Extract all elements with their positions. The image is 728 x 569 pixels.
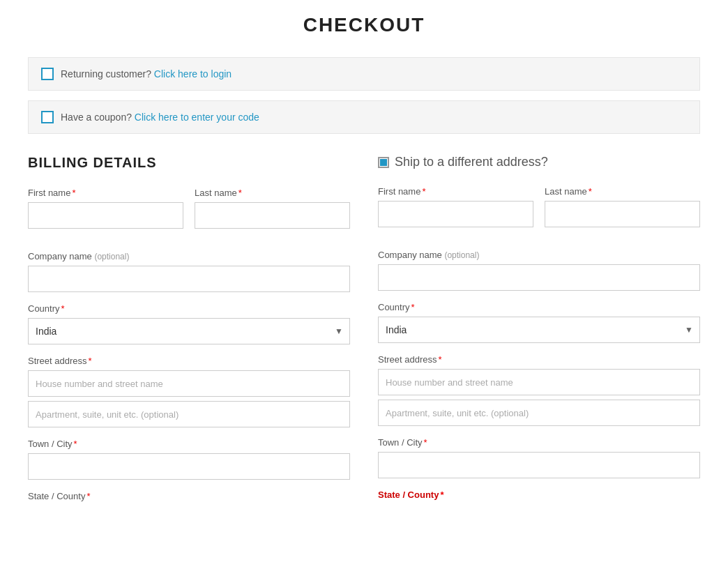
billing-company-input[interactable] [28, 266, 350, 292]
billing-last-name-label: Last name* [195, 188, 350, 198]
shipping-last-name-input[interactable] [545, 201, 700, 227]
billing-name-row: First name* Last name* [28, 188, 350, 240]
shipping-town-input[interactable] [378, 452, 700, 478]
billing-country-group: Country* India ▼ [28, 303, 350, 344]
billing-country-label: Country* [28, 303, 350, 314]
billing-state-label: State / County* [28, 491, 350, 501]
shipping-street-required: * [439, 354, 442, 365]
billing-company-group: Company name (optional) [28, 251, 350, 292]
shipping-name-row: First name* Last name* [378, 186, 700, 238]
login-link[interactable]: Click here to login [154, 68, 232, 79]
coupon-text: Have a coupon? Click here to enter your … [61, 112, 259, 123]
shipping-company-input[interactable] [378, 264, 700, 291]
shipping-company-label: Company name (optional) [378, 250, 700, 260]
shipping-street-label: Street address* [378, 354, 700, 365]
billing-state-group: State / County* [28, 491, 350, 501]
billing-first-name-input[interactable] [28, 202, 183, 229]
billing-first-name-label: First name* [28, 188, 183, 198]
billing-country-select-wrapper: India ▼ [28, 318, 350, 344]
shipping-street-input-1[interactable] [378, 369, 700, 395]
shipping-first-name-label: First name* [378, 186, 533, 197]
shipping-country-select[interactable]: India [378, 317, 700, 343]
shipping-first-name-input[interactable] [378, 201, 533, 227]
billing-street-required: * [89, 356, 92, 366]
shipping-country-group: Country* India ▼ [378, 302, 700, 343]
billing-street-input-1[interactable] [28, 370, 350, 397]
notice-icon-returning [41, 68, 54, 80]
shipping-street-group: Street address* [378, 354, 700, 426]
shipping-state-required: * [440, 490, 443, 500]
billing-company-label: Company name (optional) [28, 251, 350, 261]
shipping-town-group: Town / City* [378, 437, 700, 478]
returning-customer-text: Returning customer? Click here to login [61, 68, 232, 79]
shipping-country-required: * [411, 302, 415, 312]
shipping-last-name-label: Last name* [545, 186, 700, 197]
billing-last-name-group: Last name* [195, 188, 350, 229]
shipping-last-name-required: * [589, 186, 592, 197]
notice-icon-coupon [41, 111, 54, 123]
shipping-section: Ship to a different address? First name*… [378, 155, 700, 513]
billing-last-name-input[interactable] [195, 202, 350, 229]
shipping-country-label: Country* [378, 302, 700, 312]
billing-street-group: Street address* [28, 356, 350, 427]
billing-town-label: Town / City* [28, 439, 350, 449]
billing-town-group: Town / City* [28, 439, 350, 480]
billing-country-required: * [61, 303, 65, 314]
shipping-state-group: State / County* [378, 490, 700, 500]
billing-section: BILLING DETAILS First name* Last name* [28, 155, 350, 513]
billing-street-label: Street address* [28, 356, 350, 366]
billing-town-input[interactable] [28, 453, 350, 480]
shipping-town-label: Town / City* [378, 437, 700, 448]
coupon-notice: Have a coupon? Click here to enter your … [28, 100, 700, 134]
billing-country-select[interactable]: India [28, 318, 350, 344]
shipping-title-row: Ship to a different address? [378, 155, 700, 169]
shipping-street-input-2[interactable] [378, 400, 700, 426]
shipping-country-select-wrapper: India ▼ [378, 317, 700, 343]
billing-first-name-required: * [72, 188, 75, 198]
billing-town-required: * [74, 439, 77, 449]
shipping-title: Ship to a different address? [395, 155, 548, 169]
shipping-town-required: * [424, 437, 427, 448]
shipping-first-name-group: First name* [378, 186, 533, 227]
shipping-first-name-required: * [422, 186, 425, 197]
billing-first-name-group: First name* [28, 188, 183, 229]
shipping-company-group: Company name (optional) [378, 250, 700, 291]
shipping-last-name-group: Last name* [545, 186, 700, 227]
ship-checkbox-check [380, 159, 387, 166]
shipping-state-label: State / County* [378, 490, 700, 500]
billing-title: BILLING DETAILS [28, 155, 350, 171]
billing-state-required: * [86, 491, 90, 501]
coupon-link[interactable]: Click here to enter your code [135, 112, 259, 123]
billing-street-input-2[interactable] [28, 401, 350, 427]
returning-customer-notice: Returning customer? Click here to login [28, 57, 700, 91]
ship-checkbox[interactable] [378, 157, 389, 168]
page-title: CHECKOUT [28, 14, 700, 36]
billing-last-name-required: * [238, 188, 242, 198]
